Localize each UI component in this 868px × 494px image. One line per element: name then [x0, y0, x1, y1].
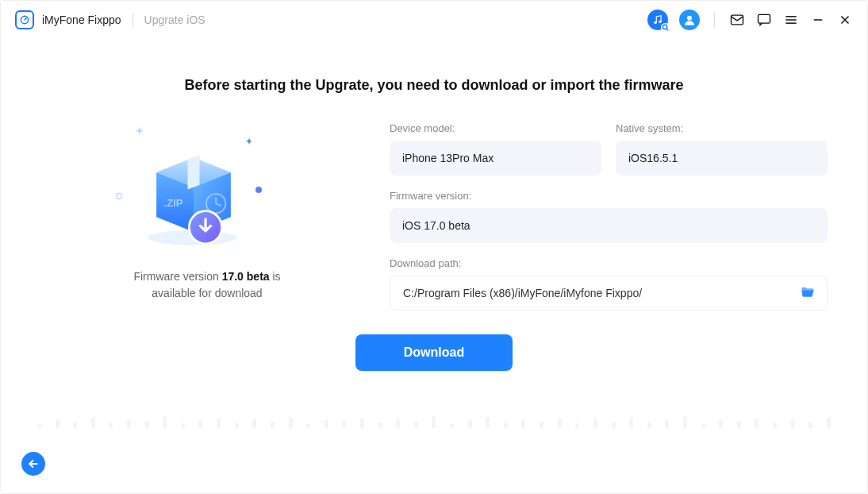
- firmware-availability-text: Firmware version 17.0 beta is available …: [133, 268, 280, 302]
- download-path-value: C:/Program Files (x86)/iMyFone/iMyfone F…: [390, 276, 828, 311]
- svg-rect-8: [759, 14, 770, 23]
- profile-icon[interactable]: [679, 10, 700, 30]
- close-icon[interactable]: [837, 12, 853, 28]
- title-separator-2: [714, 12, 715, 28]
- svg-text:.ZIP: .ZIP: [164, 197, 183, 209]
- svg-line-5: [666, 29, 668, 30]
- mail-icon[interactable]: [729, 12, 745, 28]
- minimize-icon[interactable]: [810, 12, 826, 28]
- title-separator: [133, 13, 133, 27]
- breadcrumb-page: Upgrate iOS: [144, 14, 205, 26]
- feedback-icon[interactable]: [756, 12, 772, 28]
- svg-point-16: [255, 187, 262, 193]
- download-button[interactable]: Download: [355, 334, 513, 371]
- svg-point-2: [654, 21, 657, 25]
- svg-line-1: [25, 18, 26, 20]
- native-system-label: Native system:: [616, 122, 828, 134]
- native-system-value: iOS16.5.1: [616, 141, 828, 176]
- decorative-bars: [9, 416, 859, 428]
- page-headline: Before starting the Upgrate, you need to…: [40, 77, 828, 94]
- app-name: iMyFone Fixppo: [42, 14, 121, 26]
- menu-icon[interactable]: [783, 12, 799, 28]
- svg-marker-21: [188, 155, 200, 189]
- music-icon[interactable]: [647, 10, 668, 30]
- firmware-illustration: .ZIP: [112, 122, 302, 257]
- app-logo-icon: [15, 10, 34, 29]
- device-model-label: Device model:: [390, 122, 601, 134]
- svg-point-4: [663, 25, 667, 29]
- svg-point-15: [117, 194, 122, 199]
- svg-point-3: [659, 21, 662, 23]
- firmware-version-label: Firmware version:: [390, 190, 828, 202]
- firmware-version-value[interactable]: iOS 17.0 beta: [390, 208, 828, 243]
- device-model-value: iPhone 13Pro Max: [390, 141, 601, 176]
- browse-folder-icon[interactable]: [800, 284, 816, 303]
- svg-rect-7: [732, 15, 743, 25]
- download-path-label: Download path:: [390, 257, 828, 269]
- back-button[interactable]: [21, 452, 45, 476]
- svg-point-6: [687, 16, 692, 21]
